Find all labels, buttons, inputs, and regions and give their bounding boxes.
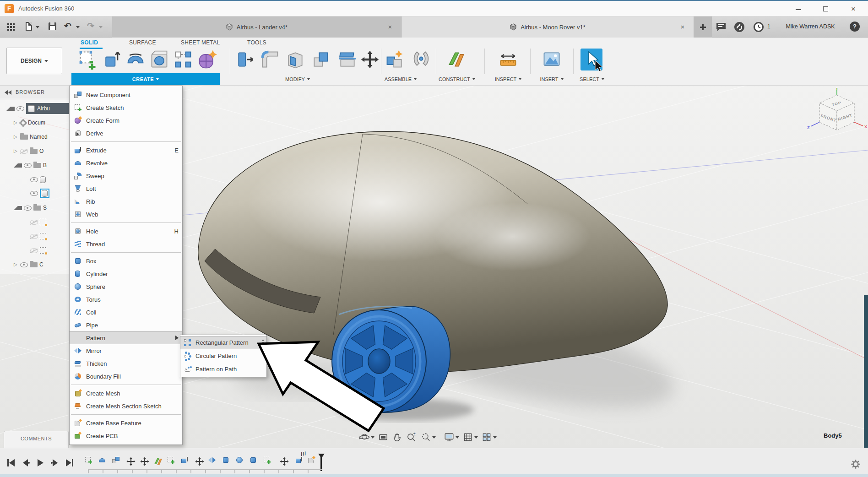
menu-item-web[interactable]: Web: [70, 208, 182, 221]
collapse-icon[interactable]: ▷: [14, 120, 18, 125]
look-at-button[interactable]: [378, 432, 389, 443]
tab-close-icon[interactable]: ×: [678, 22, 687, 32]
visibility-off-icon[interactable]: [30, 234, 38, 239]
grid-snap-caret[interactable]: [474, 436, 478, 439]
combine-button[interactable]: [311, 49, 331, 70]
visibility-eye-icon[interactable]: [24, 163, 32, 168]
rover-wheel[interactable]: [332, 306, 450, 412]
tab-sheet-metal[interactable]: SHEET METAL: [181, 39, 220, 48]
menu-item-boundary-fill[interactable]: Boundary Fill: [70, 370, 182, 383]
timeline-feature-form[interactable]: [308, 456, 318, 466]
timeline-play-button[interactable]: [35, 457, 46, 468]
menu-item-pipe[interactable]: Pipe: [70, 319, 182, 331]
split-body-button[interactable]: [337, 49, 358, 70]
doc-tab-moon-rover[interactable]: Airbus - Moon Rover v1* ×: [401, 16, 694, 38]
visibility-eye-icon[interactable]: [16, 106, 24, 111]
timeline-feature-extrude[interactable]: [181, 456, 191, 466]
hole-button[interactable]: [149, 49, 169, 70]
display-settings-button[interactable]: [444, 432, 459, 443]
timeline-feature-reverse[interactable]: [236, 456, 246, 466]
measure-button[interactable]: [498, 49, 518, 70]
timeline-feature-plane[interactable]: [153, 456, 163, 466]
timeline-go-to-end-button[interactable]: [64, 457, 75, 468]
menu-item-hole[interactable]: HoleH: [70, 225, 182, 238]
tab-tools[interactable]: TOOLS: [247, 39, 266, 48]
visibility-off-icon[interactable]: [30, 248, 38, 253]
viewports-caret[interactable]: [493, 436, 497, 439]
save-icon[interactable]: [49, 22, 56, 30]
tab-solid[interactable]: SOLID: [81, 39, 98, 48]
pan-button[interactable]: [392, 432, 403, 443]
timeline-feature-combine[interactable]: [222, 456, 232, 466]
visibility-eye-icon[interactable]: [30, 191, 38, 196]
comments-tab[interactable]: COMMENTS: [4, 431, 69, 448]
shell-button[interactable]: [285, 49, 305, 70]
menu-item-cylinder[interactable]: Cylinder: [70, 267, 182, 280]
menu-item-create-mesh-section-sketch[interactable]: Create Mesh Section Sketch: [70, 400, 182, 412]
expand-icon[interactable]: [14, 163, 22, 168]
timeline-feature-mirror[interactable]: [208, 456, 218, 466]
browser-header[interactable]: BROWSER: [0, 86, 70, 99]
visibility-eye-icon[interactable]: [30, 177, 38, 182]
user-account-button[interactable]: Mike Warren ADSK: [778, 23, 842, 30]
timeline-go-to-start-button[interactable]: [5, 457, 16, 468]
menu-item-create-sketch[interactable]: Create Sketch: [70, 101, 182, 114]
timeline-playhead[interactable]: [320, 454, 322, 471]
maximize-button[interactable]: [818, 3, 834, 15]
tab-close-icon[interactable]: ×: [385, 22, 395, 32]
expand-icon[interactable]: [6, 107, 15, 111]
menu-item-loft[interactable]: Loft: [70, 182, 182, 195]
insert-image-button[interactable]: [542, 49, 562, 70]
menu-item-derive[interactable]: Derive: [70, 127, 182, 140]
timeline-feature-combine[interactable]: [250, 456, 260, 466]
display-settings-caret[interactable]: [456, 436, 459, 439]
menu-item-create-form[interactable]: Create Form: [70, 114, 182, 127]
move-copy-button[interactable]: [360, 49, 380, 70]
undo-icon[interactable]: ↶: [64, 21, 71, 31]
menu-item-torus[interactable]: Torus: [70, 293, 182, 306]
timeline-feature-move[interactable]: [126, 456, 136, 466]
menu-item-create-base-feature[interactable]: Create Base Feature: [70, 417, 182, 429]
viewports-button[interactable]: [481, 432, 497, 443]
zoom-button[interactable]: ±: [406, 432, 417, 443]
menu-item-extrude[interactable]: ExtrudeE: [70, 144, 182, 157]
menu-item-rib[interactable]: Rib: [70, 195, 182, 208]
more-options-icon[interactable]: [262, 340, 264, 341]
menu-item-revolve[interactable]: Revolve: [70, 157, 182, 169]
timeline-feature-move[interactable]: [195, 456, 205, 466]
timeline-feature-component[interactable]: [112, 456, 122, 466]
menu-item-thread[interactable]: Thread: [70, 238, 182, 250]
visibility-off-icon[interactable]: [20, 149, 28, 154]
visibility-eye-icon[interactable]: [24, 206, 32, 211]
timeline-feature-sketch[interactable]: [85, 456, 95, 466]
orbit-button[interactable]: [359, 432, 374, 443]
help-icon[interactable]: ?: [850, 22, 860, 32]
create-form-button[interactable]: [197, 49, 217, 70]
menu-item-sphere[interactable]: Sphere: [70, 280, 182, 293]
menu-item-thicken[interactable]: Thicken: [70, 357, 182, 370]
menu-item-box[interactable]: Box: [70, 255, 182, 267]
collapse-browser-icon[interactable]: [5, 90, 12, 95]
redo-icon[interactable]: ↷: [87, 21, 94, 31]
menu-item-create-mesh[interactable]: Create Mesh: [70, 387, 182, 400]
timeline-feature-sketch[interactable]: [167, 456, 177, 466]
timeline-step-forward-button[interactable]: [49, 457, 60, 468]
tab-surface[interactable]: SURFACE: [129, 39, 156, 48]
comments-icon[interactable]: [715, 21, 727, 33]
app-grid-icon[interactable]: [7, 23, 9, 25]
new-component-button[interactable]: [385, 49, 405, 70]
collapse-icon[interactable]: ▷: [14, 135, 18, 139]
menu-item-new-component[interactable]: New Component: [70, 88, 182, 101]
submenu-item-circular-pattern[interactable]: Circular Pattern: [180, 349, 266, 363]
doc-tab-lander[interactable]: Airbus - Lander v4* ×: [112, 16, 401, 38]
timeline-feature-extrude[interactable]: [295, 456, 305, 466]
visibility-off-icon[interactable]: [30, 220, 38, 225]
submenu-item-pattern-on-path[interactable]: Pattern on Path: [180, 363, 266, 376]
collapse-icon[interactable]: ▷: [14, 262, 18, 267]
extensions-icon[interactable]: [733, 21, 745, 33]
timeline-feature-sketch[interactable]: [263, 456, 273, 466]
orbit-caret[interactable]: [371, 436, 374, 439]
minimize-button[interactable]: [791, 3, 806, 15]
expand-icon[interactable]: [14, 206, 22, 210]
timeline-feature-move[interactable]: [279, 456, 289, 466]
